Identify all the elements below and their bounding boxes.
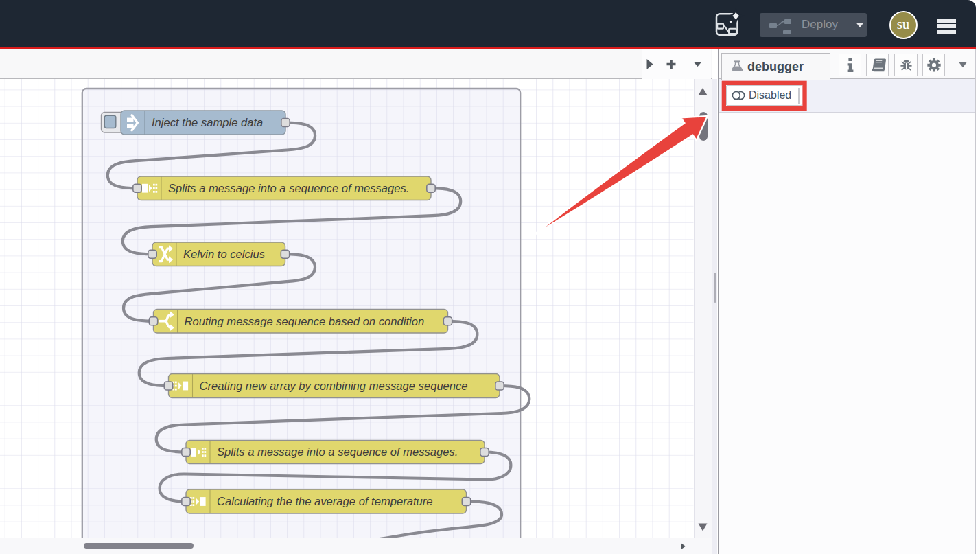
svg-text:Calculating the the average of: Calculating the the average of temperatu… (217, 495, 433, 508)
svg-text:Splits a message into a sequen: Splits a message into a sequence of mess… (217, 446, 458, 459)
svg-text:Splits a message into a sequen: Splits a message into a sequence of mess… (168, 182, 409, 195)
svg-text:Inject the sample data: Inject the sample data (152, 116, 263, 129)
svg-text:Kelvin to celcius: Kelvin to celcius (183, 248, 265, 261)
svg-text:Creating new array by combinin: Creating new array by combining message … (200, 380, 468, 393)
svg-text:Routing message sequence based: Routing message sequence based on condit… (185, 315, 425, 328)
